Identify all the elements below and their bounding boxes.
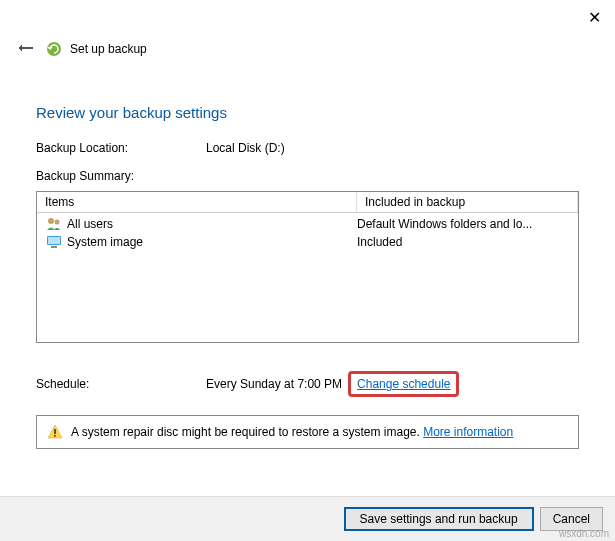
save-and-run-button[interactable]: Save settings and run backup — [344, 507, 534, 531]
highlight-change-schedule: Change schedule — [348, 371, 459, 397]
back-arrow-icon[interactable]: 🠔 — [14, 40, 38, 58]
monitor-icon — [45, 234, 63, 250]
warning-icon — [47, 424, 63, 440]
table-row[interactable]: System image Included — [37, 233, 578, 251]
cancel-button[interactable]: Cancel — [540, 507, 603, 531]
row-included: Included — [357, 235, 570, 249]
backup-location-label: Backup Location: — [36, 141, 206, 155]
schedule-value: Every Sunday at 7:00 PM — [206, 377, 342, 391]
svg-rect-7 — [54, 435, 56, 437]
warning-text: A system repair disc might be required t… — [71, 425, 513, 439]
change-schedule-link[interactable]: Change schedule — [357, 377, 450, 391]
col-header-items[interactable]: Items — [37, 192, 357, 212]
window-title: Set up backup — [70, 42, 147, 56]
schedule-row: Schedule: Every Sunday at 7:00 PM Change… — [36, 371, 579, 397]
backup-location-row: Backup Location: Local Disk (D:) — [36, 141, 579, 155]
page-heading: Review your backup settings — [36, 104, 579, 121]
backup-app-icon — [46, 41, 62, 57]
warning-box: A system repair disc might be required t… — [36, 415, 579, 449]
table-row[interactable]: All users Default Windows folders and lo… — [37, 215, 578, 233]
table-body: All users Default Windows folders and lo… — [37, 213, 578, 342]
svg-rect-4 — [48, 237, 60, 244]
table-header: Items Included in backup — [37, 192, 578, 213]
svg-point-2 — [55, 220, 60, 225]
schedule-label: Schedule: — [36, 377, 206, 391]
backup-summary-label: Backup Summary: — [36, 169, 579, 183]
backup-summary-table: Items Included in backup All users Defau… — [36, 191, 579, 343]
row-name: System image — [63, 235, 357, 249]
svg-rect-5 — [51, 246, 57, 248]
col-header-included[interactable]: Included in backup — [357, 192, 578, 212]
close-icon[interactable]: ✕ — [588, 8, 601, 27]
row-name: All users — [63, 217, 357, 231]
warning-message: A system repair disc might be required t… — [71, 425, 420, 439]
header-bar: 🠔 Set up backup — [0, 0, 615, 66]
svg-point-1 — [48, 218, 54, 224]
backup-location-value: Local Disk (D:) — [206, 141, 579, 155]
row-included: Default Windows folders and lo... — [357, 217, 570, 231]
users-icon — [45, 216, 63, 232]
footer-bar: Save settings and run backup Cancel — [0, 496, 615, 541]
content-area: Review your backup settings Backup Locat… — [0, 66, 615, 449]
svg-rect-6 — [54, 429, 56, 434]
more-information-link[interactable]: More information — [423, 425, 513, 439]
